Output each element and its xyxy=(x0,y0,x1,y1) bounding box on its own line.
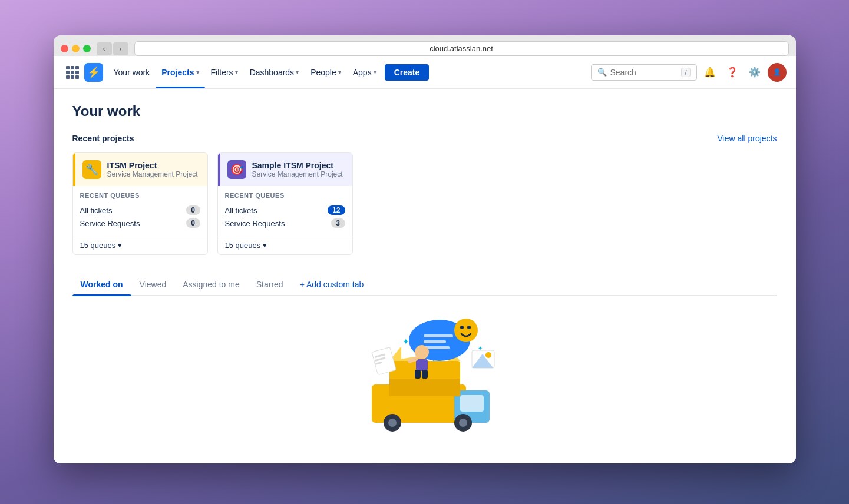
recent-projects-header: Recent projects View all projects xyxy=(72,134,777,143)
app-container: ⚡ Your work Projects ▾ Filters ▾ Dashboa… xyxy=(54,56,796,463)
nav-arrows: ‹ › xyxy=(97,42,128,55)
address-bar[interactable]: cloud.atlassian.net xyxy=(134,41,789,56)
view-all-projects-link[interactable]: View all projects xyxy=(718,134,777,143)
nav-item-apps[interactable]: Apps ▾ xyxy=(347,56,382,88)
tab-viewed[interactable]: Viewed xyxy=(131,274,175,295)
project-type-2: Service Management Project xyxy=(252,170,343,178)
nav-item-your-work[interactable]: Your work xyxy=(108,56,156,88)
notifications-button[interactable]: 🔔 xyxy=(701,63,719,82)
project-type-1: Service Management Project xyxy=(107,170,198,178)
tab-assigned-to-me[interactable]: Assigned to me xyxy=(174,274,248,295)
nav-items: Your work Projects ▾ Filters ▾ Dashboard… xyxy=(108,56,589,88)
project-name-1: ITSM Project xyxy=(107,161,198,170)
nav-item-projects[interactable]: Projects ▾ xyxy=(156,56,204,88)
svg-rect-2 xyxy=(460,395,484,412)
tabs-bar: Worked on Viewed Assigned to me Starred … xyxy=(72,274,777,296)
maximize-button[interactable] xyxy=(83,45,91,52)
forward-button[interactable]: › xyxy=(113,42,128,55)
queue-badge-highlight: 12 xyxy=(328,205,345,215)
queue-row[interactable]: Service Requests 3 xyxy=(225,217,345,230)
queue-badge: 0 xyxy=(186,218,200,228)
queue-badge: 0 xyxy=(186,205,200,215)
project-card-sample-itsm[interactable]: 🎯 Sample ITSM Project Service Management… xyxy=(217,152,353,255)
search-icon: 🔍 xyxy=(597,68,607,77)
nav-item-people[interactable]: People ▾ xyxy=(305,56,347,88)
queues-dropdown-2[interactable]: 15 queues ▾ xyxy=(225,241,345,250)
svg-rect-23 xyxy=(415,370,421,379)
back-button[interactable]: ‹ xyxy=(97,42,112,55)
illustration-area: ✦ ✦ xyxy=(72,296,777,449)
browser-chrome: ‹ › cloud.atlassian.net xyxy=(54,35,796,56)
queue-row[interactable]: All tickets 0 xyxy=(80,204,200,217)
project-name-2: Sample ITSM Project xyxy=(252,161,343,170)
chevron-down-icon: ▾ xyxy=(196,69,199,75)
page-title: Your work xyxy=(72,103,777,120)
chevron-down-icon: ▾ xyxy=(374,69,376,75)
create-button[interactable]: Create xyxy=(385,64,430,81)
svg-point-6 xyxy=(459,419,467,427)
svg-rect-24 xyxy=(422,370,428,379)
queues-label-1: RECENT QUEUES xyxy=(80,192,200,199)
svg-text:✦: ✦ xyxy=(402,337,409,346)
chevron-down-icon: ▾ xyxy=(296,69,299,75)
svg-point-18 xyxy=(460,326,464,329)
project-card-header-1: 🔧 ITSM Project Service Management Projec… xyxy=(73,153,207,186)
svg-point-17 xyxy=(454,319,478,342)
queues-label-2: RECENT QUEUES xyxy=(225,192,345,199)
svg-rect-14 xyxy=(424,334,453,337)
projects-grid: 🔧 ITSM Project Service Management Projec… xyxy=(72,152,777,255)
minimize-button[interactable] xyxy=(72,45,80,52)
project-icon-1: 🔧 xyxy=(82,160,101,179)
queue-row[interactable]: All tickets 12 xyxy=(225,204,345,217)
search-box[interactable]: 🔍 / xyxy=(591,64,697,81)
queue-row[interactable]: Service Requests 0 xyxy=(80,217,200,230)
project-queues-1: RECENT QUEUES All tickets 0 Service Requ… xyxy=(73,186,207,236)
nav-item-dashboards[interactable]: Dashboards ▾ xyxy=(244,56,305,88)
help-button[interactable]: ❓ xyxy=(723,63,742,82)
page-content: Your work Recent projects View all proje… xyxy=(54,89,796,463)
project-queues-2: RECENT QUEUES All tickets 12 Service Req… xyxy=(218,186,352,236)
project-card-itsm[interactable]: 🔧 ITSM Project Service Management Projec… xyxy=(72,152,208,255)
nav-right: 🔍 / 🔔 ❓ ⚙️ 👤 xyxy=(591,63,787,82)
queue-badge: 3 xyxy=(331,218,345,228)
close-button[interactable] xyxy=(61,45,68,52)
project-icon-2: 🎯 xyxy=(227,160,246,179)
grid-icon xyxy=(66,66,79,79)
project-card-header-2: 🎯 Sample ITSM Project Service Management… xyxy=(218,153,352,186)
svg-rect-8 xyxy=(389,379,460,396)
browser-titlebar: ‹ › cloud.atlassian.net xyxy=(61,41,789,56)
svg-point-33 xyxy=(485,352,491,358)
svg-rect-21 xyxy=(416,359,428,371)
chevron-down-icon: ▾ xyxy=(338,69,341,75)
app-logo[interactable]: ⚡ xyxy=(84,63,103,82)
search-input[interactable] xyxy=(610,68,678,77)
user-avatar[interactable]: 👤 xyxy=(768,63,787,82)
browser-window: ‹ › cloud.atlassian.net xyxy=(54,35,796,463)
project-footer-2: 15 queues ▾ xyxy=(218,236,352,254)
search-shortcut: / xyxy=(681,68,690,77)
tab-starred[interactable]: Starred xyxy=(248,274,292,295)
project-footer-1: 15 queues ▾ xyxy=(73,236,207,254)
recent-projects-label: Recent projects xyxy=(72,134,134,143)
queues-dropdown-1[interactable]: 15 queues ▾ xyxy=(80,241,200,250)
svg-point-4 xyxy=(388,419,397,427)
add-custom-tab-button[interactable]: + Add custom tab xyxy=(292,274,372,295)
grid-menu-button[interactable] xyxy=(63,63,82,82)
svg-point-19 xyxy=(467,326,471,329)
nav-item-filters[interactable]: Filters ▾ xyxy=(205,56,244,88)
svg-rect-15 xyxy=(424,340,446,343)
traffic-lights xyxy=(61,45,91,52)
top-navbar: ⚡ Your work Projects ▾ Filters ▾ Dashboa… xyxy=(54,56,796,89)
empty-state-illustration: ✦ ✦ xyxy=(336,308,513,437)
chevron-down-icon: ▾ xyxy=(235,69,238,75)
tab-worked-on[interactable]: Worked on xyxy=(72,274,131,295)
settings-button[interactable]: ⚙️ xyxy=(745,63,764,82)
